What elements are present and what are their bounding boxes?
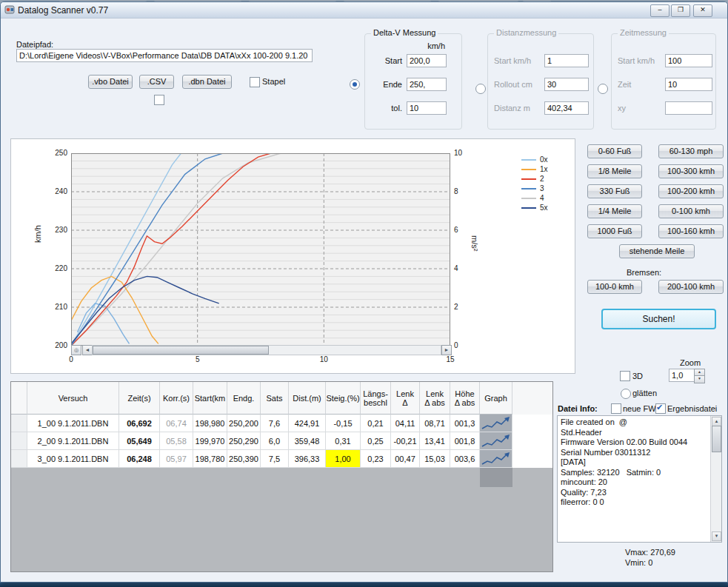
column-header-versuch[interactable]: Versuch	[27, 382, 119, 415]
cell-sats[interactable]: 7,5	[261, 450, 289, 468]
column-header-graph[interactable]: Graph	[480, 382, 512, 415]
btn-100-200-kmh[interactable]: 100-200 kmh	[658, 184, 724, 198]
cell-graph[interactable]	[480, 432, 512, 450]
chart-scroll-right-icon[interactable]: ►	[441, 345, 452, 355]
btn-stehende-meile[interactable]: stehende Meile	[619, 244, 695, 258]
stapel-checkbox[interactable]	[250, 77, 260, 87]
filepath-input[interactable]: D:\Lord\Eigene Videos\V-VBox\Performance…	[16, 49, 313, 62]
chart-scroll-left-icon[interactable]: ◄	[82, 345, 93, 355]
cell-endg[interactable]: 250,200	[227, 415, 261, 432]
chart-scrollbar[interactable]	[92, 345, 441, 355]
chart-scrollbar-thumb[interactable]	[93, 346, 269, 355]
cell-start[interactable]: 199,970	[193, 432, 227, 450]
cell-zeit[interactable]: 06,692	[119, 415, 160, 432]
btn-0-60-fuss[interactable]: 0-60 Fuß	[587, 144, 642, 158]
cell-steig-selected[interactable]: 1,00	[326, 450, 361, 468]
cell-graph[interactable]	[480, 450, 512, 468]
minimize-button[interactable]: –	[650, 4, 669, 17]
extra-checkbox[interactable]	[154, 95, 164, 105]
btn-1-8-meile[interactable]: 1/8 Meile	[587, 164, 642, 178]
info-scrollbar[interactable]: ▲ ▼	[710, 416, 721, 542]
file-info-box[interactable]: File created on @ Std.Header Firmware Ve…	[557, 415, 722, 543]
btn-0-100-kmh[interactable]: 0-100 kmh	[658, 204, 724, 218]
cell-dist[interactable]: 424,91	[289, 415, 326, 432]
zeit-start-input[interactable]: 100	[665, 54, 712, 67]
zoom-spinner[interactable]: 1,0	[669, 369, 695, 382]
cell-steig[interactable]: -0,15	[326, 415, 361, 432]
column-header-endg[interactable]: Endg.	[227, 382, 261, 415]
search-button[interactable]: Suchen!	[601, 309, 716, 329]
btn-100-0-kmh[interactable]: 100-0 kmh	[587, 280, 642, 294]
scroll-down-icon[interactable]: ▼	[712, 531, 721, 541]
chart-zoom-reset-button[interactable]: ◎	[71, 345, 81, 355]
column-header-start[interactable]: Start(km	[193, 382, 227, 415]
btn-330-fuss[interactable]: 330 Fuß	[587, 184, 642, 198]
cell-lenk[interactable]: 00,47	[391, 450, 420, 468]
titlebar[interactable]: Datalog Scanner v0.77 – ❐ ✕	[1, 2, 727, 19]
btn-1-4-meile[interactable]: 1/4 Meile	[587, 204, 642, 218]
column-header-sats[interactable]: Sats	[261, 382, 289, 415]
column-header-laengsbeschl[interactable]: Längs- beschl	[361, 382, 391, 415]
row-selector[interactable]	[11, 432, 27, 450]
cell-lenk[interactable]: 04,11	[391, 415, 420, 432]
cell-hoeheabs[interactable]: 003,6	[450, 450, 480, 468]
cell-lenk[interactable]: -00,21	[391, 432, 420, 450]
cell-graph[interactable]	[480, 415, 512, 432]
zeit-mode-radio[interactable]	[598, 84, 608, 94]
zeit-xy-input[interactable]	[665, 101, 712, 115]
btn-100-160-kmh[interactable]: 100-160 kmh	[658, 224, 724, 238]
column-header-steig[interactable]: Steig.(%)	[326, 382, 361, 415]
cell-lenkabs[interactable]: 08,71	[420, 415, 450, 432]
cell-endg[interactable]: 250,290	[227, 432, 261, 450]
info-scrollbar-thumb[interactable]	[712, 426, 721, 452]
close-button[interactable]: ✕	[693, 4, 712, 17]
deltav-mode-radio[interactable]	[350, 79, 360, 90]
cell-versuch[interactable]: 2_00 9.1.2011.DBN	[27, 432, 119, 450]
column-header-dist[interactable]: Dist.(m)	[289, 382, 326, 415]
deltav-tol-input[interactable]: 10	[407, 101, 447, 115]
glaetten-radio[interactable]	[621, 389, 631, 399]
column-header-hoehe-abs[interactable]: Höhe Δ abs	[450, 382, 480, 415]
table-row[interactable]: 3_00 9.1.2011.DBN 06,248 05,97 198,780 2…	[11, 450, 552, 468]
cell-korr[interactable]: 06,74	[160, 415, 193, 432]
zoom-spinner-down-icon[interactable]: ▼	[694, 375, 705, 383]
column-header-lenk-abs[interactable]: Lenk Δ abs	[420, 382, 450, 415]
btn-200-100-kmh[interactable]: 200-100 kmh	[658, 280, 724, 294]
cell-laengs[interactable]: 0,21	[361, 415, 391, 432]
deltav-start-input[interactable]: 200,0	[407, 54, 447, 67]
cell-start[interactable]: 198,980	[193, 415, 227, 432]
cell-sats[interactable]: 6,0	[261, 432, 289, 450]
btn-60-130-mph[interactable]: 60-130 mph	[658, 144, 724, 158]
cell-zeit[interactable]: 05,649	[119, 432, 160, 450]
column-header-lenk[interactable]: Lenk Δ	[391, 382, 420, 415]
table-row[interactable]: 2_00 9.1.2011.DBN 05,649 05,58 199,970 2…	[11, 432, 552, 450]
cell-laengs[interactable]: 0,23	[361, 450, 391, 468]
row-selector[interactable]	[11, 450, 27, 468]
cell-korr[interactable]: 05,97	[160, 450, 193, 468]
cell-start[interactable]: 198,780	[193, 450, 227, 468]
cell-versuch[interactable]: 3_00 9.1.2011.DBN	[27, 450, 119, 468]
cell-dist[interactable]: 396,33	[289, 450, 326, 468]
cell-versuch[interactable]: 1_00 9.1.2011.DBN	[27, 415, 119, 432]
distanz-rollout-input[interactable]: 30	[544, 78, 589, 91]
zeit-zeit-input[interactable]: 10	[665, 78, 712, 91]
cell-sats[interactable]: 7,6	[261, 415, 289, 432]
cell-endg[interactable]: 250,390	[227, 450, 261, 468]
maximize-button[interactable]: ❐	[671, 4, 690, 17]
cell-lenkabs[interactable]: 13,41	[420, 432, 450, 450]
cell-hoeheabs[interactable]: 001,3	[450, 415, 480, 432]
cell-lenkabs[interactable]: 15,03	[420, 450, 450, 468]
dbn-file-button[interactable]: .dbn Datei	[182, 75, 232, 89]
cell-korr[interactable]: 05,58	[160, 432, 193, 450]
csv-file-button[interactable]: .CSV	[139, 75, 174, 89]
vbo-file-button[interactable]: .vbo Datei	[88, 75, 133, 89]
ergebnisdatei-checkbox[interactable]	[655, 403, 666, 414]
distanz-start-input[interactable]: 1	[544, 54, 589, 67]
cell-zeit[interactable]: 06,248	[119, 450, 160, 468]
table-row[interactable]: 1_00 9.1.2011.DBN 06,692 06,74 198,980 2…	[11, 415, 552, 432]
column-header-korr[interactable]: Korr.(s)	[160, 382, 193, 415]
btn-1000-fuss[interactable]: 1000 Fuß	[587, 224, 642, 238]
btn-100-300-kmh[interactable]: 100-300 kmh	[658, 164, 724, 178]
threed-checkbox[interactable]	[620, 371, 630, 381]
deltav-ende-input[interactable]: 250,	[407, 78, 447, 91]
